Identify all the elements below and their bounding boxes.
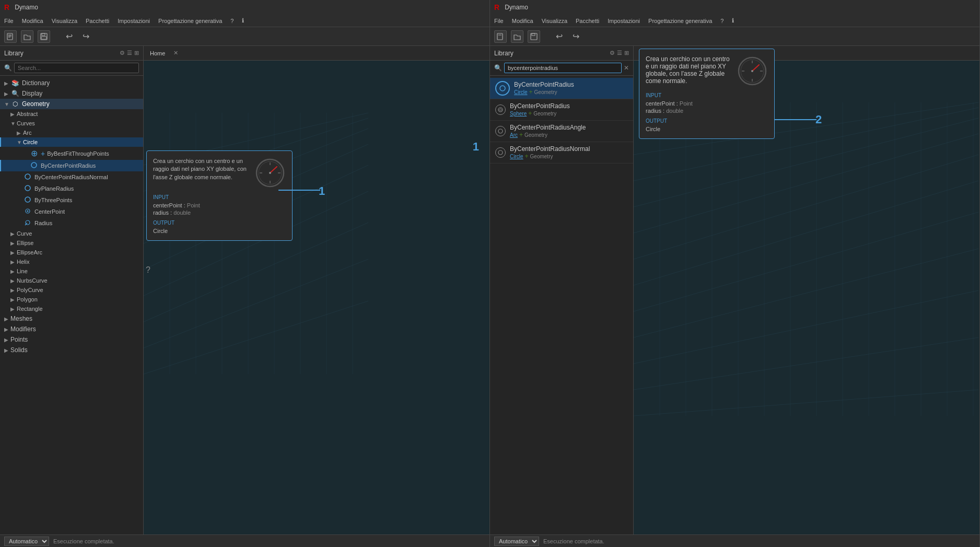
- left-tree-geometry[interactable]: ▼ ⬡ Geometry: [0, 99, 143, 109]
- right-tooltip-popup: Crea un cerchio con un centro e un raggi…: [639, 49, 775, 139]
- right-tooltip-input-label: INPUT: [646, 92, 768, 98]
- right-tooltip-param2: radius : double: [646, 108, 768, 114]
- right-result-4-icon: [495, 147, 506, 158]
- right-param2-type: double: [666, 108, 683, 114]
- right-toolbar-new[interactable]: [494, 30, 507, 43]
- left-toolbar-undo[interactable]: ↩: [63, 30, 75, 43]
- left-arrow-geometry: ▼: [4, 101, 10, 107]
- right-result-3[interactable]: ByCenterPointRadiusAngle Arc + Geometry: [490, 121, 633, 142]
- right-annotation: 2: [815, 113, 822, 126]
- right-view-icon[interactable]: ☰: [617, 50, 622, 56]
- right-search-input[interactable]: [504, 63, 622, 73]
- left-toolbar-open[interactable]: [21, 30, 33, 43]
- left-toolbar-new[interactable]: [4, 30, 17, 43]
- left-grid-icon[interactable]: ⊞: [134, 50, 139, 56]
- left-menu-pacchetti[interactable]: Pacchetti: [86, 18, 109, 24]
- left-tree-points[interactable]: ▶ Points: [0, 334, 143, 345]
- left-tree-curves[interactable]: ▼ Curves: [0, 119, 143, 128]
- left-tree-bycenterpointradius[interactable]: ByCenterPointRadius: [0, 160, 143, 171]
- right-search-clear[interactable]: ✕: [624, 64, 629, 72]
- left-tree-bybestfit[interactable]: ⊕ + ByBestFitThroughPoints: [0, 147, 143, 160]
- left-arrow-display: ▶: [4, 91, 10, 97]
- left-tree-rectangle[interactable]: ▶ Rectangle: [0, 304, 143, 313]
- left-tree-meshes[interactable]: ▶ Meshes: [0, 313, 143, 324]
- right-result-4[interactable]: ByCenterPointRadiusNormal Circle + Geome…: [490, 142, 633, 164]
- right-result-1-text: ByCenterPointRadius Circle + Geometry: [514, 81, 574, 96]
- left-tree-line[interactable]: ▶ Line: [0, 266, 143, 276]
- left-arrow-points: ▶: [4, 337, 10, 343]
- right-result-2[interactable]: ByCenterPointRadius Sphere + Geometry: [490, 99, 633, 121]
- right-toolbar-open[interactable]: [511, 30, 523, 43]
- left-tree-bycprnormal[interactable]: ByCenterPointRadiusNormal: [0, 171, 143, 183]
- left-tree-abstract[interactable]: ▶ Abstract: [0, 109, 143, 119]
- left-label-byplane: ByPlaneRadius: [34, 185, 139, 192]
- left-arrow-meshes: ▶: [4, 316, 10, 322]
- svg-point-7: [31, 162, 37, 168]
- right-result-1-plus: +: [529, 88, 533, 96]
- right-result-1[interactable]: ByCenterPointRadius Circle + Geometry: [490, 78, 633, 99]
- left-tab-close[interactable]: ✕: [173, 50, 178, 56]
- left-tab-label[interactable]: Home: [150, 50, 165, 56]
- right-toolbar-save[interactable]: [528, 30, 540, 43]
- left-tree-centerpoint[interactable]: CenterPoint: [0, 206, 143, 217]
- right-menu-pacchetti[interactable]: Pacchetti: [576, 18, 599, 24]
- left-label-bycprnormal: ByCenterPointRadiusNormal: [34, 174, 139, 180]
- right-toolbar-undo[interactable]: ↩: [553, 30, 565, 43]
- right-result-4-breadcrumb: Circle + Geometry: [510, 153, 590, 160]
- left-toolbar-redo[interactable]: ↪: [79, 30, 92, 43]
- right-menu-visualizza[interactable]: Visualizza: [542, 18, 567, 24]
- left-menu-modifica[interactable]: Modifica: [22, 18, 43, 24]
- right-result-3-icon: [495, 126, 506, 136]
- left-tree-curve[interactable]: ▶ Curve: [0, 229, 143, 238]
- right-result-4-circle: Circle: [510, 154, 523, 159]
- left-tree-solids[interactable]: ▶ Solids: [0, 345, 143, 355]
- left-dynamo-window: R Dynamo File Modifica Visualizza Pacche…: [0, 0, 490, 547]
- right-search-icon: 🔍: [494, 64, 502, 72]
- right-status-dropdown[interactable]: Automatico: [494, 537, 539, 546]
- left-arrow-nurbscurve: ▶: [10, 278, 17, 284]
- right-toolbar-redo[interactable]: ↪: [569, 30, 582, 43]
- left-tree-modifiers[interactable]: ▶ Modifiers: [0, 324, 143, 334]
- left-tree-arc[interactable]: ▶ Arc: [0, 128, 143, 137]
- left-canvas-area: Home ✕: [144, 46, 489, 534]
- left-tree-polygon[interactable]: ▶ Polygon: [0, 295, 143, 304]
- left-tree-helix[interactable]: ▶ Helix: [0, 257, 143, 266]
- left-tree-display[interactable]: ▶ 🔍 Display: [0, 88, 143, 99]
- left-tree-ellipsearc[interactable]: ▶ EllipseArc: [0, 248, 143, 257]
- left-r-logo: R: [4, 3, 9, 11]
- left-tree-circle[interactable]: ▼ Circle: [0, 137, 143, 147]
- left-tree-ellipse[interactable]: ▶ Ellipse: [0, 238, 143, 248]
- left-filter-icon[interactable]: ⚙: [120, 50, 125, 56]
- left-tree-polycurve[interactable]: ▶ PolyCurve: [0, 285, 143, 295]
- left-tree-dictionary[interactable]: ▶ 📚 Dictionary: [0, 78, 143, 88]
- left-tree-bythree[interactable]: ByThreePoints: [0, 194, 143, 206]
- right-menu-info[interactable]: ℹ: [732, 17, 734, 24]
- left-menu-visualizza[interactable]: Visualizza: [52, 18, 77, 24]
- left-menu-progettazione[interactable]: Progettazione generativa: [158, 18, 222, 24]
- left-menu-impostazioni[interactable]: Impostazioni: [118, 18, 150, 24]
- left-status-dropdown[interactable]: Automatico: [4, 537, 49, 546]
- left-tree-byplane[interactable]: ByPlaneRadius: [0, 183, 143, 194]
- right-menu-modifica[interactable]: Modifica: [512, 18, 533, 24]
- right-menu-progettazione[interactable]: Progettazione generativa: [648, 18, 712, 24]
- left-toolbar-save[interactable]: [38, 30, 50, 43]
- left-menu-help[interactable]: ?: [230, 18, 234, 24]
- right-filter-icon[interactable]: ⚙: [610, 50, 615, 56]
- left-tree-radius[interactable]: Radius: [0, 217, 143, 229]
- left-question-mark[interactable]: ?: [146, 265, 150, 275]
- left-tree-nurbscurve[interactable]: ▶ NurbsCurve: [0, 276, 143, 285]
- right-grid-icon[interactable]: ⊞: [624, 50, 629, 56]
- right-menu-file[interactable]: File: [494, 18, 504, 24]
- svg-point-46: [500, 86, 505, 91]
- right-result-3-plus: +: [519, 131, 523, 138]
- left-title-bar: R Dynamo: [0, 0, 489, 15]
- left-icon-bybestfit: ⊕: [29, 148, 39, 158]
- right-title: Dynamo: [505, 4, 528, 11]
- right-menu-help[interactable]: ?: [720, 18, 724, 24]
- right-menu-impostazioni[interactable]: Impostazioni: [608, 18, 640, 24]
- left-annotation: 1: [473, 140, 479, 154]
- left-menu-info[interactable]: ℹ: [242, 17, 244, 24]
- left-menu-file[interactable]: File: [4, 18, 14, 24]
- left-search-input[interactable]: [14, 63, 139, 73]
- left-view-icon[interactable]: ☰: [127, 50, 132, 56]
